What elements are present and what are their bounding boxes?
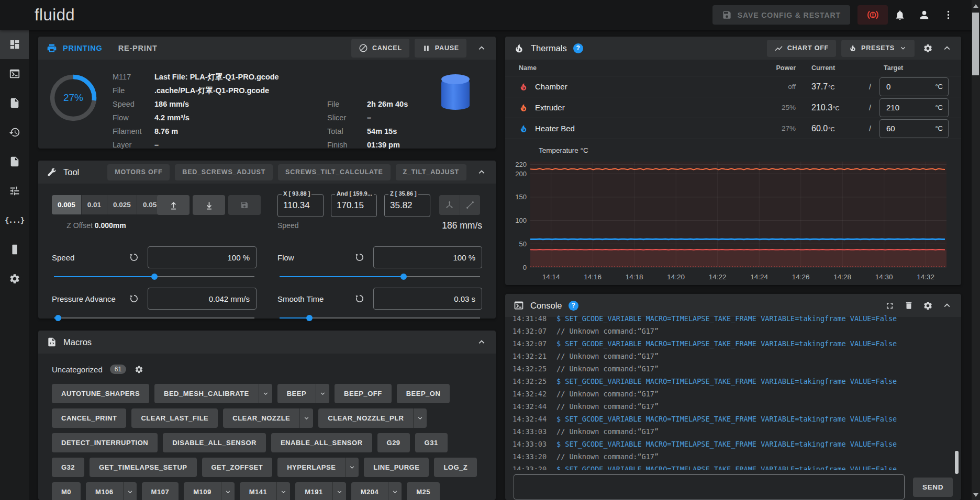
macro-dropdown-toggle[interactable] <box>221 482 235 500</box>
slider-thumb[interactable] <box>400 274 407 280</box>
tool-header-button[interactable]: SCREWS_TILT_CALCULATE <box>278 164 390 180</box>
macro-button[interactable]: LINE_PURGE <box>364 458 429 477</box>
collapse-panel-icon[interactable] <box>476 166 487 178</box>
heater-name[interactable]: Heater Bed <box>519 124 738 133</box>
macro-dropdown-toggle[interactable] <box>123 482 137 500</box>
macro-button[interactable]: M25 <box>407 482 440 500</box>
macro-button[interactable]: M106 <box>86 482 137 500</box>
macro-dropdown-toggle[interactable] <box>413 408 427 428</box>
console-settings-gear-icon[interactable] <box>923 301 933 311</box>
slider[interactable] <box>280 317 480 319</box>
slider-thumb[interactable] <box>55 315 61 321</box>
macro-button[interactable]: GET_ZOFFSET <box>202 458 273 477</box>
macro-button[interactable]: DETECT_INTERRUPTION <box>52 433 158 452</box>
presets-button[interactable]: PRESETS <box>841 40 915 57</box>
console-scrollbar-thumb[interactable] <box>955 451 959 474</box>
macro-button[interactable]: G31 <box>415 433 448 452</box>
sidebar-item-gcode-files[interactable] <box>0 88 29 118</box>
macro-button[interactable]: G29 <box>377 433 410 452</box>
slider-thumb[interactable] <box>151 274 158 280</box>
user-button[interactable] <box>912 5 936 26</box>
macro-button[interactable]: M107 <box>142 482 179 500</box>
heater-name[interactable]: Chamber <box>519 82 738 92</box>
macro-button[interactable]: HYPERLAPSE <box>277 458 359 477</box>
scrollbar-thumb[interactable] <box>972 13 979 75</box>
macro-dropdown-toggle[interactable] <box>276 482 290 500</box>
macro-settings-gear-icon[interactable] <box>135 365 143 374</box>
y-position-field[interactable]: And [ 159.9... 170.15 <box>331 194 377 217</box>
macro-button[interactable]: M204 <box>351 482 402 500</box>
macro-dropdown-toggle[interactable] <box>316 384 329 403</box>
sidebar-item-settings[interactable] <box>0 264 29 293</box>
slider-value-input[interactable]: 0.03 s <box>373 288 482 310</box>
macro-button[interactable]: CLEAR_NOZZLE_PLR <box>318 408 427 428</box>
sidebar-item-system[interactable] <box>0 235 29 264</box>
z-step-option[interactable]: 0.01 <box>81 195 107 214</box>
sidebar-item-timelapse[interactable] <box>0 147 29 176</box>
z-offset-up-button[interactable] <box>157 195 190 215</box>
slider[interactable] <box>280 276 480 277</box>
macro-button[interactable]: M191 <box>295 482 346 500</box>
chart-toggle-button[interactable]: CHART OFF <box>767 40 836 57</box>
slider[interactable] <box>54 276 254 277</box>
macro-button[interactable]: M0 <box>52 482 81 500</box>
trash-icon[interactable] <box>904 301 914 310</box>
macro-button[interactable]: M109 <box>184 482 235 500</box>
reset-icon[interactable] <box>129 252 139 263</box>
fullscreen-icon[interactable] <box>885 301 895 311</box>
collapse-panel-icon[interactable] <box>476 42 487 54</box>
toolhead-move-mode-button[interactable] <box>439 195 460 215</box>
macro-button[interactable]: ENABLE_ALL_SENSOR <box>271 433 372 452</box>
z-offset-down-button[interactable] <box>193 195 225 215</box>
help-icon[interactable]: ? <box>573 43 583 53</box>
send-button[interactable]: SEND <box>913 478 953 497</box>
sidebar-item-configure[interactable]: {...} <box>0 206 29 235</box>
macro-button[interactable]: M141 <box>240 482 291 500</box>
z-position-field[interactable]: Z [ 35.86 ] 35.82 <box>384 194 430 217</box>
slider[interactable] <box>54 317 254 319</box>
reset-icon[interactable] <box>354 252 365 263</box>
tab-reprint[interactable]: RE-PRINT <box>118 44 158 52</box>
help-icon[interactable]: ? <box>569 301 578 311</box>
z-step-option[interactable]: 0.005 <box>52 195 81 214</box>
sidebar-item-history[interactable] <box>0 118 29 147</box>
macro-button[interactable]: BEEP <box>277 384 329 403</box>
cancel-button[interactable]: CANCEL <box>351 39 409 58</box>
slider-value-input[interactable]: 0.042 mm/s <box>148 288 257 310</box>
emergency-stop-button[interactable] <box>858 5 888 25</box>
x-position-field[interactable]: X [ 93.88 ] 110.34 <box>277 194 324 217</box>
macro-button[interactable]: BEEP_ON <box>397 384 450 403</box>
macro-button[interactable]: BED_MESH_CALIBRATE <box>154 384 272 403</box>
sidebar-item-console[interactable] <box>0 59 29 88</box>
macro-button[interactable]: BEEP_OFF <box>335 384 392 403</box>
macro-button[interactable]: LOG_Z <box>434 458 477 477</box>
tool-header-button[interactable]: BED_SCREWS_ADJUST <box>175 164 273 180</box>
overflow-menu-button[interactable] <box>936 5 960 26</box>
z-step-option[interactable]: 0.025 <box>107 195 137 214</box>
macro-button[interactable]: CLEAR_LAST_FILE <box>131 408 218 428</box>
tool-header-button[interactable]: Z_TILT_ADJUST <box>396 164 466 180</box>
page-scrollbar[interactable] <box>972 0 980 500</box>
macro-button[interactable]: CLEAR_NOZZLE <box>223 408 313 428</box>
macro-dropdown-toggle[interactable] <box>345 458 359 477</box>
sidebar-item-tune[interactable] <box>0 176 29 206</box>
heater-target-input[interactable]: 210 °C <box>879 98 949 117</box>
save-config-restart-button[interactable]: SAVE CONFIG & RESTART <box>712 5 850 25</box>
macro-dropdown-toggle[interactable] <box>299 408 313 428</box>
console-command-input[interactable] <box>514 474 905 499</box>
macro-dropdown-toggle[interactable] <box>332 482 346 500</box>
toolhead-line-mode-button[interactable] <box>460 195 480 215</box>
reset-icon[interactable] <box>129 293 139 304</box>
macro-dropdown-toggle[interactable] <box>388 482 402 500</box>
tab-printing[interactable]: PRINTING <box>47 43 103 53</box>
collapse-panel-icon[interactable] <box>941 300 953 311</box>
scrollbar-up-arrow[interactable] <box>973 4 978 8</box>
z-offset-save-button[interactable] <box>228 195 261 215</box>
collapse-panel-icon[interactable] <box>941 42 953 54</box>
collapse-panel-icon[interactable] <box>476 336 487 348</box>
macro-button[interactable]: CANCEL_PRINT <box>52 408 126 428</box>
macro-button[interactable]: G32 <box>52 458 84 477</box>
reset-icon[interactable] <box>354 293 365 304</box>
macro-dropdown-toggle[interactable] <box>259 384 272 403</box>
scrollbar-down-arrow[interactable] <box>973 493 978 497</box>
